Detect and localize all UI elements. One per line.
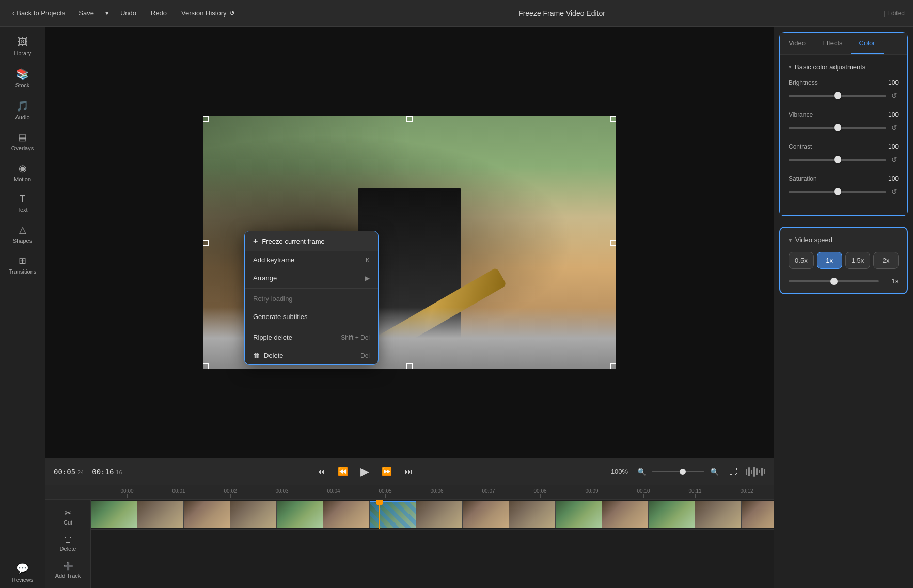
speed-button-05x[interactable]: 0.5x xyxy=(789,252,814,269)
add-track-button[interactable]: ➕ Add Track xyxy=(50,557,86,583)
play-button[interactable]: ▶ xyxy=(358,463,371,481)
handle-middle-right[interactable] xyxy=(610,240,616,246)
timeline-tracks xyxy=(91,500,774,588)
brightness-reset-button[interactable]: ↺ xyxy=(890,90,899,101)
sidebar-label-stock: Stock xyxy=(15,82,30,88)
handle-bottom-left[interactable] xyxy=(203,363,209,369)
context-menu-divider-1 xyxy=(245,288,378,289)
sidebar-item-reviews[interactable]: 💬 Reviews xyxy=(0,557,45,588)
handle-top-left[interactable] xyxy=(203,116,209,122)
film-frame-10 xyxy=(509,501,556,528)
skip-to-end-button[interactable]: ⏭ xyxy=(402,465,415,479)
context-menu-add-keyframe[interactable]: Add keyframe K xyxy=(245,251,378,269)
speed-button-15x[interactable]: 1.5x xyxy=(845,252,871,269)
zoom-out-button[interactable]: 🔍 xyxy=(635,466,648,478)
zoom-in-button[interactable]: 🔍 xyxy=(708,466,721,478)
speed-slider[interactable] xyxy=(789,280,879,282)
context-menu-delete[interactable]: 🗑 Delete Del xyxy=(245,346,378,364)
version-history-label: Version History xyxy=(181,9,226,17)
video-speed-title: Video speed xyxy=(795,236,832,244)
sidebar-item-stock[interactable]: 📚 Stock xyxy=(0,62,45,93)
skip-to-start-button[interactable]: ⏮ xyxy=(315,465,327,479)
audio-icon: 🎵 xyxy=(16,100,29,112)
freeze-frame-highlight xyxy=(370,501,416,528)
top-bar: ‹ Back to Projects Save ▾ Undo Redo Vers… xyxy=(0,0,913,27)
add-track-label: Add Track xyxy=(55,573,81,579)
context-menu-arrange[interactable]: Arrange ▶ xyxy=(245,269,378,287)
handle-top-right[interactable] xyxy=(610,116,616,122)
history-icon: ↺ xyxy=(229,9,235,17)
mark-00-04: 00:04 xyxy=(308,488,359,498)
version-history-button[interactable]: Version History ↺ xyxy=(176,7,240,19)
contrast-slider[interactable] xyxy=(789,159,886,161)
add-track-icon: ➕ xyxy=(63,561,73,571)
save-button[interactable]: Save xyxy=(73,7,99,19)
context-menu-generate-subtitles[interactable]: Generate subtitles xyxy=(245,308,378,326)
sidebar-item-overlays[interactable]: ▤ Overlays xyxy=(0,126,45,156)
zoom-slider[interactable] xyxy=(652,471,704,472)
saturation-slider[interactable] xyxy=(789,191,886,193)
contrast-reset-button[interactable]: ↺ xyxy=(890,154,899,165)
sidebar-item-text[interactable]: T Text xyxy=(0,188,45,218)
time-display: 00:05 24 00:16 16 xyxy=(54,468,122,476)
handle-bottom-right[interactable] xyxy=(610,363,616,369)
context-menu-ripple-delete[interactable]: Ripple delete Shift + Del xyxy=(245,328,378,346)
keyframe-left: Add keyframe xyxy=(253,256,294,264)
fast-forward-button[interactable]: ⏩ xyxy=(380,465,394,479)
tab-video[interactable]: Video xyxy=(780,33,814,54)
speed-buttons: 0.5x 1x 1.5x 2x xyxy=(789,252,899,269)
tab-color[interactable]: Color xyxy=(851,33,884,54)
brightness-control: Brightness 100 ↺ xyxy=(789,79,899,101)
timeline-tools: ✂ Cut 🗑 Delete ➕ Add Track xyxy=(45,500,91,588)
speed-button-1x[interactable]: 1x xyxy=(817,252,842,269)
total-time: 00:16 xyxy=(92,468,114,476)
undo-button[interactable]: Undo xyxy=(115,7,141,19)
saturation-reset-button[interactable]: ↺ xyxy=(890,186,899,197)
zoom-controls: 100% 🔍 🔍 xyxy=(608,466,721,478)
vibrance-slider[interactable] xyxy=(789,127,886,129)
section-chevron-icon: ▾ xyxy=(789,63,792,70)
text-icon: T xyxy=(20,194,25,204)
shapes-icon: △ xyxy=(19,224,26,235)
retry-label: Retry loading xyxy=(253,295,293,303)
delete-label: Delete xyxy=(264,352,284,359)
save-dropdown-button[interactable]: ▾ xyxy=(103,7,111,19)
vibrance-control: Vibrance 100 ↺ xyxy=(789,111,899,133)
tab-effects[interactable]: Effects xyxy=(814,33,851,54)
color-section-title: Basic color adjustments xyxy=(795,63,865,71)
back-to-projects-label: Back to Projects xyxy=(17,9,65,17)
sidebar-item-motion[interactable]: ◉ Motion xyxy=(0,157,45,187)
brightness-label: Brightness xyxy=(789,79,818,86)
delete-label: Delete xyxy=(60,546,76,552)
vibrance-reset-button[interactable]: ↺ xyxy=(890,122,899,133)
reviews-icon: 💬 xyxy=(16,562,29,575)
ripple-left: Ripple delete xyxy=(253,333,292,341)
mark-00-00: 00:00 xyxy=(101,488,153,498)
handle-bottom-middle[interactable] xyxy=(406,363,413,369)
film-frame-6 xyxy=(323,501,370,528)
handle-top-middle[interactable] xyxy=(406,116,413,122)
sidebar-item-audio[interactable]: 🎵 Audio xyxy=(0,94,45,125)
sidebar-label-reviews: Reviews xyxy=(12,577,34,583)
brightness-slider[interactable] xyxy=(789,95,886,97)
film-frame-2 xyxy=(137,501,184,528)
playback-bar: 00:05 24 00:16 16 ⏮ ⏪ ▶ ⏩ ⏭ 100% 🔍 🔍 ⛶ xyxy=(45,458,774,485)
sidebar-item-library[interactable]: 🖼 Library xyxy=(0,31,45,61)
back-to-projects-button[interactable]: ‹ Back to Projects xyxy=(8,7,69,19)
speed-button-2x[interactable]: 2x xyxy=(873,252,899,269)
cut-tool-button[interactable]: ✂ Cut xyxy=(50,504,86,530)
fullscreen-button[interactable]: ⛶ xyxy=(727,465,739,479)
delete-tool-button[interactable]: 🗑 Delete xyxy=(50,531,86,556)
rewind-button[interactable]: ⏪ xyxy=(336,465,350,479)
handle-middle-left[interactable] xyxy=(203,240,209,246)
film-frame-13 xyxy=(649,501,695,528)
sidebar-item-shapes[interactable]: △ Shapes xyxy=(0,219,45,249)
main-layout: 🖼 Library 📚 Stock 🎵 Audio ▤ Overlays ◉ M… xyxy=(0,27,913,588)
delete-shortcut: Del xyxy=(360,352,370,359)
film-frame-4 xyxy=(230,501,277,528)
current-time: 00:05 xyxy=(54,468,75,476)
context-menu-freeze-frame[interactable]: + Freeze current frame xyxy=(245,231,378,251)
redo-button[interactable]: Redo xyxy=(146,7,172,19)
sidebar-item-transitions[interactable]: ⊞ Transitions xyxy=(0,250,45,280)
contrast-control: Contrast 100 ↺ xyxy=(789,143,899,165)
